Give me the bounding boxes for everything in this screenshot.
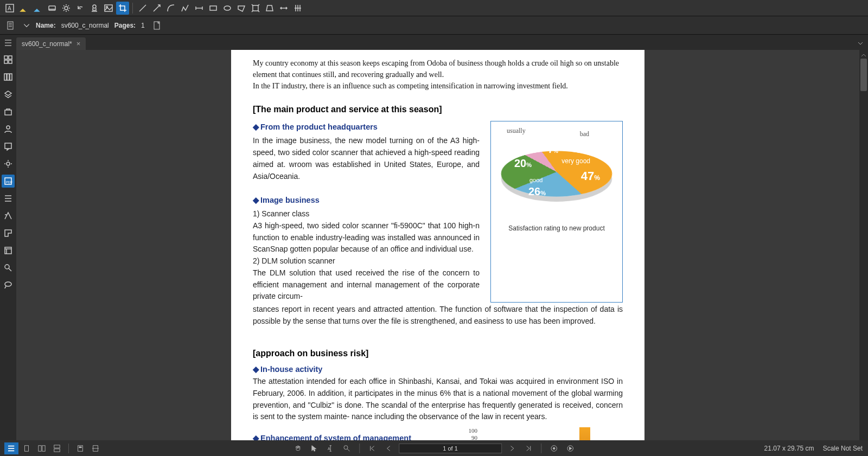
tab-overflow-button[interactable] — [857, 39, 864, 49]
panel-columns-icon[interactable] — [2, 70, 15, 84]
layout-list-button[interactable] — [4, 442, 18, 454]
svg-rect-35 — [54, 448, 60, 451]
undo-tool[interactable] — [74, 2, 87, 15]
grid-tool[interactable] — [291, 2, 304, 15]
svg-point-29 — [8, 448, 9, 449]
svg-point-40 — [344, 445, 348, 449]
rect-tool[interactable] — [207, 2, 220, 15]
bar-axis-labels: 100 90 80 — [469, 427, 478, 440]
svg-rect-32 — [39, 445, 41, 451]
transform-tool[interactable] — [249, 2, 262, 15]
curve-tool[interactable] — [164, 2, 177, 15]
svg-rect-16 — [4, 74, 7, 80]
bar-chart-partial — [483, 427, 623, 440]
view-facing-icon[interactable] — [36, 442, 48, 454]
panel-pdf-icon[interactable]: PDF — [2, 175, 15, 188]
svg-rect-12 — [4, 56, 8, 59]
panel-book-icon[interactable] — [2, 244, 15, 257]
tab-list-icon[interactable] — [3, 38, 13, 48]
svg-text:A: A — [8, 5, 11, 11]
pie-label-very-good: very good — [561, 157, 590, 165]
svg-point-27 — [5, 282, 11, 286]
page-layout-button[interactable] — [150, 19, 163, 32]
bottom-right-status: 21.07 x 29.75 cm Scale Not Set — [764, 445, 863, 452]
stamp-tool[interactable] — [88, 2, 101, 15]
view-continuous-icon[interactable] — [51, 442, 63, 454]
svg-rect-33 — [42, 445, 45, 451]
next-page-icon[interactable] — [506, 442, 518, 454]
line-tool[interactable] — [136, 2, 149, 15]
dimension-tool[interactable] — [193, 2, 206, 15]
pie-chart: usually bad very good 47% good 26% 20% 7… — [497, 127, 616, 219]
bottom-center-controls: A 1 of 1 — [292, 442, 576, 454]
svg-rect-37 — [79, 446, 81, 448]
highlighter-yellow-tool[interactable] — [17, 2, 30, 15]
panel-grid-icon[interactable] — [2, 53, 15, 66]
panel-user-icon[interactable] — [2, 123, 15, 136]
panel-list-icon[interactable] — [2, 192, 15, 205]
document-viewport[interactable]: My country economy at this season keeps … — [16, 50, 859, 440]
panel-layers-icon[interactable] — [2, 88, 15, 101]
last-page-icon[interactable] — [522, 442, 534, 454]
panel-settings-icon[interactable] — [2, 157, 15, 170]
view-single-icon[interactable] — [21, 442, 33, 454]
ellipse-tool[interactable] — [221, 2, 234, 15]
crop-tool[interactable] — [116, 2, 129, 15]
hand-tool-icon[interactable] — [292, 442, 304, 454]
link-tool[interactable] — [46, 2, 59, 15]
zoom-tool-icon[interactable] — [341, 442, 353, 454]
prev-page-icon[interactable] — [382, 442, 394, 454]
panel-dialog-icon[interactable] — [2, 140, 15, 153]
sub-1-title: From the product headquarters — [253, 121, 480, 133]
svg-rect-21 — [5, 143, 11, 149]
scale-status[interactable]: Scale Not Set — [823, 445, 863, 452]
panel-path-icon[interactable] — [2, 209, 15, 222]
text-cursor-icon[interactable]: A — [324, 442, 336, 454]
text-frame-tool[interactable]: A — [3, 2, 16, 15]
measure-h-tool[interactable] — [277, 2, 290, 15]
main-area: PDF My country economy at this season ke… — [0, 50, 868, 440]
gear-tool[interactable] — [60, 2, 73, 15]
panel-toolbox-icon[interactable] — [2, 105, 15, 118]
bottom-bar: A 1 of 1 21.07 x 29.75 cm Scale Not Set — [0, 440, 868, 456]
polygon-tool[interactable] — [235, 2, 248, 15]
first-page-icon[interactable] — [366, 442, 378, 454]
svg-text:PDF: PDF — [6, 181, 12, 184]
svg-rect-31 — [25, 445, 29, 451]
svg-rect-2 — [49, 6, 55, 10]
polyline-tool[interactable] — [178, 2, 192, 15]
panel-search-icon[interactable] — [2, 261, 15, 274]
perspective-tool[interactable] — [263, 2, 276, 15]
image-tool[interactable] — [102, 2, 115, 15]
document-tab[interactable]: sv600_c_normal* × — [16, 37, 86, 50]
highlighter-blue-tool[interactable] — [31, 2, 44, 15]
panel-lasso-icon[interactable] — [2, 279, 15, 292]
sub-2-line-2: 2) DLM solution scanner — [253, 255, 480, 267]
arrow-tool[interactable] — [150, 2, 163, 15]
sub-2-line-1: 1) Scanner class — [253, 208, 480, 220]
sub-3-title: In-house activity — [253, 365, 623, 374]
pie-label-good: good — [529, 177, 542, 183]
svg-rect-9 — [253, 5, 258, 11]
svg-rect-10 — [8, 22, 13, 29]
doc-menu-button[interactable] — [4, 19, 17, 32]
pointer-tool-icon[interactable] — [308, 442, 320, 454]
scroll-thumb[interactable] — [860, 59, 867, 91]
pie-chart-box: usually bad very good 47% good 26% 20% 7… — [490, 121, 623, 303]
vertical-scrollbar[interactable] — [859, 50, 868, 440]
panel-shape-icon[interactable] — [2, 227, 15, 240]
fit-width-icon[interactable] — [90, 442, 101, 454]
record-icon[interactable] — [548, 442, 560, 454]
thumbnail-view-icon[interactable] — [74, 442, 86, 454]
svg-rect-18 — [10, 74, 12, 80]
svg-rect-19 — [5, 110, 11, 115]
tab-close-icon[interactable]: × — [76, 40, 81, 48]
svg-rect-25 — [5, 247, 11, 254]
tab-title: sv600_c_normal* — [22, 40, 72, 48]
page-counter[interactable]: 1 of 1 — [399, 444, 502, 453]
doc-dropdown-button[interactable] — [23, 19, 30, 32]
svg-rect-34 — [54, 445, 60, 447]
top-toolbar: A — [0, 0, 868, 16]
svg-rect-17 — [7, 74, 9, 80]
play-icon[interactable] — [564, 442, 576, 454]
